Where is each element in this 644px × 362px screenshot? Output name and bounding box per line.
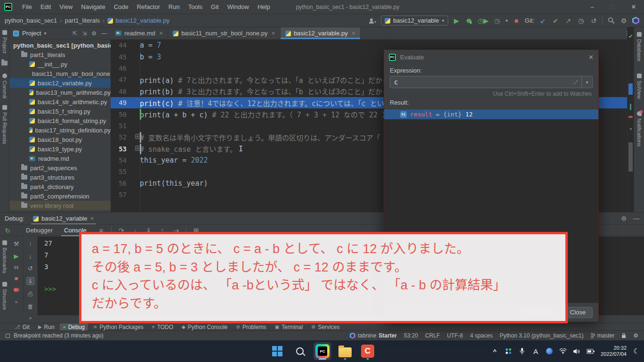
git-push-button[interactable]: ↗ <box>564 16 572 25</box>
encoding[interactable]: UTF-8 <box>447 332 463 339</box>
close-button[interactable]: ✕ <box>623 0 644 14</box>
toolwindow-problems[interactable]: ⊘Problems <box>233 323 270 331</box>
tree-item[interactable]: basic14_str_arithmetic.py <box>9 97 111 107</box>
menu-run[interactable]: Run <box>164 0 184 14</box>
profiler-button[interactable]: ◷ <box>493 16 501 25</box>
volume-icon[interactable] <box>573 348 580 354</box>
breadcrumb-item[interactable]: python_basic_sec1 <box>5 17 57 24</box>
menu-navigate[interactable]: Navigate <box>77 0 109 14</box>
cortana-icon[interactable] <box>546 348 553 354</box>
sidebar-item-bookmarks[interactable]: Bookmarks <box>2 240 8 273</box>
hide-panel-icon[interactable]: — <box>101 30 107 37</box>
close-icon[interactable]: ✕ <box>271 31 275 36</box>
dialog-close-icon[interactable]: ✕ <box>588 54 594 61</box>
taskbar-search-button[interactable] <box>291 342 309 360</box>
tab-debugger[interactable]: Debugger <box>21 226 57 235</box>
debug-button[interactable] <box>465 16 474 25</box>
tree-item[interactable]: part1_literals <box>9 50 111 59</box>
tree-item[interactable]: basic15_f_string.py <box>9 107 111 116</box>
restore-layout-icon[interactable]: ↺ <box>28 265 33 272</box>
breadcrumb-item[interactable]: part1_literals <box>65 17 100 24</box>
tree-item[interactable]: venv library root <box>9 201 111 210</box>
ime-indicator[interactable]: A <box>532 347 539 355</box>
gear-icon[interactable]: ⚙ <box>91 30 97 37</box>
editor-tab[interactable]: basic12_variable.py✕ <box>281 27 361 39</box>
collapse-all-icon[interactable]: ⇲ <box>82 30 87 37</box>
tree-item[interactable]: basic12_variable.py <box>9 78 111 88</box>
history-button[interactable]: ◷ <box>577 16 585 25</box>
toolwindow-services[interactable]: ⚙Services <box>308 323 343 331</box>
tree-item[interactable]: part2_sequences <box>9 163 111 173</box>
view-breakpoints-icon[interactable] <box>13 287 20 294</box>
breadcrumb-item[interactable]: basic12_variable.py <box>107 17 169 24</box>
tree-item[interactable]: M↓readme.md <box>9 154 111 163</box>
tree-item[interactable]: part4_dictionary <box>9 182 111 191</box>
settings-gear-icon[interactable]: ⚙ <box>620 16 628 25</box>
taskbar-capp-button[interactable]: C <box>359 342 377 360</box>
search-everywhere-icon[interactable] <box>607 16 615 25</box>
menu-file[interactable]: File <box>18 0 36 14</box>
tabnine-status[interactable]: tabnineStarter <box>350 332 397 339</box>
print-icon[interactable]: ⎙ <box>28 290 32 298</box>
scroll-down-icon[interactable]: ↓ <box>29 253 32 260</box>
taskbar-clock[interactable]: 20:32 2022/07/04 <box>601 345 627 357</box>
start-button[interactable] <box>268 342 286 360</box>
menu-view[interactable]: View <box>55 0 77 14</box>
toolwindow-git[interactable]: ⎇Git <box>11 323 33 331</box>
settings-gear-icon[interactable]: ⚙ <box>633 332 638 339</box>
tree-item[interactable]: __init__.py <box>9 59 111 69</box>
sidebar-item-database[interactable]: Database <box>636 32 642 61</box>
close-icon[interactable]: ✕ <box>159 31 163 36</box>
menu-help[interactable]: Help <box>253 0 274 14</box>
tree-item[interactable]: basic19_type.py <box>9 144 111 154</box>
expand-input-icon[interactable]: ⤢ <box>573 79 578 85</box>
tabnine-icon[interactable] <box>632 17 639 25</box>
lock-icon[interactable] <box>621 333 626 338</box>
tray-app-icon[interactable] <box>505 348 512 354</box>
result-row[interactable]: 01 result = {int} 12 <box>384 109 598 119</box>
tree-item[interactable]: part3_structures <box>9 173 111 182</box>
run-button[interactable]: ▶ <box>452 16 461 25</box>
git-branch-widget[interactable]: master <box>591 332 615 339</box>
resume-icon[interactable]: ▶ <box>14 253 19 260</box>
tree-item[interactable]: basic18_bool.py <box>9 135 111 144</box>
menu-refactor[interactable]: Refactor <box>133 0 164 14</box>
menu-window[interactable]: Window <box>223 0 253 14</box>
close-icon[interactable]: ✕ <box>90 216 94 221</box>
battery-icon[interactable] <box>587 349 595 354</box>
git-commit-button[interactable]: ✔ <box>551 16 560 25</box>
tree-item[interactable]: basic17_string_definition.py <box>9 125 111 135</box>
toolwindow-debug[interactable]: ●Debug <box>60 323 88 331</box>
microphone-icon[interactable] <box>518 348 526 355</box>
git-update-button[interactable]: ↙ <box>539 16 547 25</box>
toolwindow-todo[interactable]: ≡TODO <box>149 323 177 331</box>
focus-assist-moon-icon[interactable]: ☾ <box>633 347 640 355</box>
scrollbar-thumb[interactable] <box>628 142 633 172</box>
editor-tab[interactable]: M↓readme.md✕ <box>111 27 168 39</box>
toolwindow-terminal[interactable]: ▣Terminal <box>272 323 306 331</box>
sidebar-item-structure[interactable]: Structure <box>2 282 8 310</box>
minimize-button[interactable]: – <box>582 0 603 14</box>
sidebar-item-pull-requests[interactable]: Pull Requests <box>2 105 8 144</box>
hide-panel-icon[interactable]: — <box>633 215 639 222</box>
taskbar-pycharm-button[interactable]: PC <box>314 342 331 360</box>
caret-position[interactable]: 53:20 <box>404 332 418 339</box>
indent-style[interactable]: 4 spaces <box>470 332 492 339</box>
expression-input[interactable]: c ⤢ <box>390 76 581 88</box>
sidebar-item-notifications[interactable]: Notifications <box>636 111 642 147</box>
sidebar-item-commit[interactable]: Commit <box>2 74 8 99</box>
sidebar-item-sciview[interactable]: SciView <box>636 74 642 99</box>
pause-icon[interactable]: ▮▮ <box>14 265 19 270</box>
python-interpreter[interactable]: Python 3.10 (python_basic_sec1) <box>499 332 583 339</box>
more-actions-icon[interactable]: » <box>29 315 32 321</box>
scroll-up-icon[interactable]: ↑ <box>29 240 32 247</box>
wifi-icon[interactable] <box>559 348 567 354</box>
toolwindow-python-packages[interactable]: ≋Python Packages <box>90 323 147 331</box>
rerun-icon[interactable]: ↻ <box>4 227 11 234</box>
editor-tab[interactable]: basic11_num_str_bool_none.py✕ <box>168 27 281 39</box>
expand-all-icon[interactable]: ⇱ <box>72 30 77 37</box>
coverage-button[interactable]: ◷▶ <box>478 16 489 25</box>
stop-icon[interactable]: ■ <box>15 275 18 282</box>
taskbar-explorer-button[interactable] <box>336 342 354 360</box>
settings-wrench-icon[interactable]: ⚒ <box>14 240 19 247</box>
